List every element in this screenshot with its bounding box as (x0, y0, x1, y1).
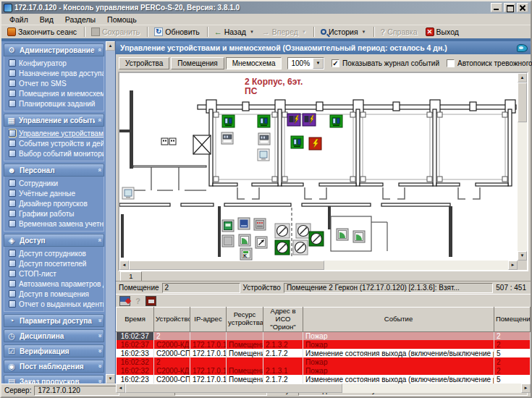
maximize-button[interactable] (504, 3, 515, 12)
sidebar-item[interactable]: Отчет по SMS (9, 78, 104, 88)
event-row[interactable]: 16:02:33С2000-СП1172.17.0.120Помещение 2… (117, 349, 531, 357)
expand-chevron-icon[interactable]: « (96, 334, 103, 337)
sidebar-item[interactable]: Выбор событий мониторинга (9, 148, 104, 158)
plan-device-green-device[interactable] (258, 115, 270, 127)
title-bar[interactable]: 172.17.0.120 - Консоль управления PERCo-… (1, 1, 531, 14)
minimize-button[interactable] (491, 3, 502, 12)
tab-Устройства[interactable]: Устройства (119, 57, 169, 69)
save-button[interactable]: Сохранить (88, 27, 144, 37)
plan-device-white-screen[interactable] (122, 187, 134, 199)
sidebar-scrollbar[interactable]: ▲ ▼ (106, 41, 115, 384)
sidebar-item[interactable]: События устройств и дейст... (9, 138, 104, 148)
sidebar-item[interactable]: Помещения и мнемосхема (9, 88, 104, 98)
scroll-right-icon[interactable]: ► (521, 384, 531, 393)
plan-device-red-alarm[interactable] (309, 137, 321, 150)
tab-Мнемосхема[interactable]: Мнемосхема (226, 57, 282, 69)
menu-Файл[interactable]: Файл (4, 14, 33, 25)
plan-device-gauge[interactable] (275, 224, 290, 238)
sidebar-item[interactable]: Временная замена учетных ... (9, 219, 104, 229)
hint-bubble-icon[interactable] (517, 44, 528, 52)
plan-device-gauge[interactable] (293, 240, 308, 255)
history-button[interactable]: История▼ (318, 27, 371, 37)
plan-horizontal-scrollbar[interactable]: ◄ ► (119, 261, 518, 270)
plan-device-green-device[interactable] (222, 115, 235, 127)
sidebar-item[interactable]: Графики работы (9, 208, 104, 219)
plan-device-white-screen[interactable] (258, 149, 269, 161)
sidebar-item[interactable]: Дизайнер пропусков (9, 198, 104, 208)
sidebar-item[interactable]: Сотрудники (9, 178, 104, 188)
event-row[interactable]: 16:02:372Пожар2 (117, 331, 531, 340)
plan-device-door-green[interactable] (337, 229, 348, 240)
plan-vertical-scrollbar[interactable]: ▲ ▼ (518, 73, 527, 261)
sidebar-item[interactable]: Планировщик заданий (9, 98, 104, 109)
column-header[interactable]: IP-адрес (190, 308, 227, 332)
back-button[interactable]: ← Назад▼ (211, 27, 258, 37)
plan-device-pc-green[interactable] (222, 220, 234, 232)
back-dropdown-icon[interactable]: ▼ (250, 30, 254, 34)
sidebar-item[interactable]: Конфигуратор (9, 58, 104, 68)
event-row[interactable]: 16:02:23С2000-СП1172.17.0.120Помещение 2… (117, 375, 531, 384)
sidebar-item[interactable]: Доступ сотрудников (9, 248, 104, 258)
collapse-chevron-icon[interactable]: « (96, 118, 103, 122)
sidebar-section-header[interactable]: ◷Дисциплина« (4, 329, 104, 342)
menu-Разделы[interactable]: Разделы (60, 14, 101, 25)
sidebar-item[interactable]: Назначение прав доступа о... (9, 68, 104, 78)
checkbox-unchecked-icon[interactable] (447, 59, 455, 67)
sidebar-item[interactable]: Управление устройствами и... (9, 128, 104, 138)
plan-device-green-device[interactable] (330, 115, 342, 127)
plan-device-door-green[interactable] (353, 231, 365, 242)
sidebar-item[interactable]: Доступ в помещения (9, 289, 104, 299)
event-row[interactable]: 16:02:37С2000-КДЛ172.17.0.120Помещение 2… (117, 340, 531, 349)
plan-device-gauge[interactable] (296, 224, 311, 238)
plan-device-purple-device[interactable] (287, 114, 300, 126)
plan-device-keypad[interactable]: K (240, 248, 252, 260)
end-session-button[interactable]: Закончить сеанс (4, 27, 81, 37)
sidebar-section-header[interactable]: ◔Параметры доступа« (4, 314, 104, 327)
journal-print-icon[interactable] (119, 296, 130, 306)
menu-Помощь[interactable]: Помощь (102, 14, 142, 25)
column-header[interactable]: Адрес в ИСО"Орион" (263, 308, 303, 332)
sidebar-item[interactable]: Автозамена параметров до... (9, 279, 104, 289)
table-horizontal-scrollbar[interactable]: ◄ ► (116, 384, 531, 393)
close-button[interactable] (517, 3, 528, 12)
scroll-left-icon[interactable]: ◄ (116, 384, 125, 393)
sidebar-section-header[interactable]: ▦Управление и события« (4, 114, 104, 127)
sidebar-section-header[interactable]: ☑Верификация« (4, 344, 104, 357)
sidebar-item[interactable]: Доступ посетителей (9, 258, 104, 268)
sidebar-section-header[interactable]: ⚙Администрирование« (4, 43, 104, 56)
sidebar-item[interactable]: Учётные данные (9, 188, 104, 198)
scroll-thumb[interactable] (129, 261, 324, 270)
plan-device-green-device[interactable] (291, 136, 303, 148)
sidebar-item[interactable]: Отчет о выданных идентиф... (9, 299, 104, 309)
floor-plan-canvas[interactable]: 2 Корпус, 6эт. ПС K (119, 73, 518, 261)
plan-device-relay-pair[interactable] (161, 138, 176, 145)
journal-export-icon[interactable] (145, 296, 156, 306)
show-journal-checkbox[interactable]: ✓ Показывать журнал событий (332, 59, 439, 67)
column-header[interactable]: Время (117, 308, 154, 332)
plan-device-gray-device[interactable] (258, 133, 270, 145)
scroll-thumb[interactable] (518, 82, 527, 122)
journal-help-icon[interactable]: ? (132, 296, 143, 306)
sidebar-scroll-down-icon[interactable]: ▼ (106, 374, 115, 384)
plan-page-tab-1[interactable]: 1 (120, 271, 142, 281)
zoom-select[interactable]: 100% ▼ (287, 57, 324, 69)
tab-Помещения[interactable]: Помещения (171, 57, 224, 69)
collapse-chevron-icon[interactable]: « (96, 48, 103, 51)
zoom-dropdown-icon[interactable]: ▼ (313, 58, 324, 69)
sidebar-section-header[interactable]: ▤Заказ пропусков« (4, 375, 104, 384)
sidebar-item[interactable]: СТОП-лист (9, 268, 104, 279)
plan-device-gray-device[interactable] (221, 132, 233, 144)
column-header[interactable]: Событие (303, 308, 494, 332)
exit-button[interactable]: ✕ Выход (423, 27, 463, 37)
plan-device-gauge-green[interactable] (309, 232, 324, 246)
plan-device-panel-blue[interactable] (238, 218, 250, 229)
event-row[interactable]: 16:02:322Пожар2 (117, 357, 531, 366)
sidebar-section-header[interactable]: ◉Пост наблюдения« (4, 360, 104, 373)
scroll-down-icon[interactable]: ▼ (518, 251, 527, 261)
expand-chevron-icon[interactable]: « (96, 364, 103, 368)
autosearch-checkbox[interactable]: Автопоиск тревожного устройства (447, 59, 532, 67)
checkbox-checked-icon[interactable]: ✓ (332, 59, 339, 67)
collapse-chevron-icon[interactable]: « (96, 238, 103, 242)
plan-device-purple-device[interactable] (303, 114, 316, 126)
help-button[interactable]: ? Справка (378, 27, 422, 37)
